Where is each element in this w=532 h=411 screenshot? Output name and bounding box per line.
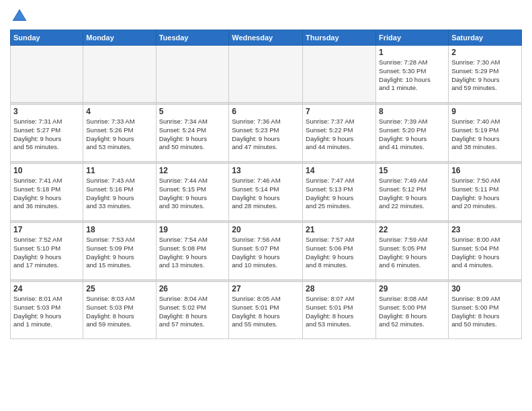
day-number: 2 — [451, 48, 519, 57]
day-cell: 11Sunrise: 7:43 AMSunset: 5:16 PMDayligh… — [83, 164, 156, 221]
day-number: 8 — [379, 107, 445, 116]
day-number: 17 — [13, 225, 80, 234]
page: SundayMondayTuesdayWednesdayThursdayFrid… — [0, 0, 532, 346]
day-number: 10 — [13, 166, 80, 175]
day-cell: 13Sunrise: 7:46 AMSunset: 5:14 PMDayligh… — [229, 164, 303, 221]
day-number: 4 — [86, 107, 152, 116]
day-number: 30 — [451, 284, 519, 293]
day-cell: 29Sunrise: 8:08 AMSunset: 5:00 PMDayligh… — [376, 282, 449, 339]
weekday-header-row: SundayMondayTuesdayWednesdayThursdayFrid… — [11, 30, 522, 46]
day-cell: 9Sunrise: 7:40 AMSunset: 5:19 PMDaylight… — [449, 105, 522, 162]
day-cell: 24Sunrise: 8:01 AMSunset: 5:03 PMDayligh… — [11, 282, 83, 339]
day-number: 3 — [13, 107, 80, 116]
day-cell: 21Sunrise: 7:57 AMSunset: 5:06 PMDayligh… — [303, 223, 376, 280]
day-cell: 15Sunrise: 7:49 AMSunset: 5:12 PMDayligh… — [376, 164, 449, 221]
day-info: Sunrise: 7:44 AMSunset: 5:15 PMDaylight:… — [159, 177, 226, 211]
day-info: Sunrise: 7:31 AMSunset: 5:27 PMDaylight:… — [13, 118, 80, 152]
day-cell: 4Sunrise: 7:33 AMSunset: 5:26 PMDaylight… — [83, 105, 156, 162]
day-number: 21 — [306, 225, 373, 234]
day-info: Sunrise: 7:47 AMSunset: 5:13 PMDaylight:… — [306, 177, 373, 211]
day-number: 29 — [379, 284, 445, 293]
day-info: Sunrise: 8:00 AMSunset: 5:04 PMDaylight:… — [451, 236, 519, 270]
weekday-header-saturday: Saturday — [449, 30, 522, 46]
day-info: Sunrise: 7:30 AMSunset: 5:29 PMDaylight:… — [451, 58, 519, 93]
day-number: 14 — [306, 166, 373, 175]
day-cell: 20Sunrise: 7:56 AMSunset: 5:07 PMDayligh… — [229, 223, 303, 280]
day-info: Sunrise: 7:40 AMSunset: 5:19 PMDaylight:… — [451, 118, 519, 152]
day-info: Sunrise: 7:46 AMSunset: 5:14 PMDaylight:… — [232, 177, 300, 211]
day-number: 24 — [13, 284, 80, 293]
week-row-3: 10Sunrise: 7:41 AMSunset: 5:18 PMDayligh… — [11, 164, 522, 221]
day-number: 28 — [306, 284, 373, 293]
day-cell — [303, 46, 376, 103]
day-cell — [83, 46, 156, 103]
day-info: Sunrise: 7:33 AMSunset: 5:26 PMDaylight:… — [86, 118, 152, 152]
day-number: 11 — [86, 166, 152, 175]
week-row-4: 17Sunrise: 7:52 AMSunset: 5:10 PMDayligh… — [11, 223, 522, 280]
week-row-2: 3Sunrise: 7:31 AMSunset: 5:27 PMDaylight… — [11, 105, 522, 162]
logo-icon — [10, 7, 29, 26]
day-cell: 6Sunrise: 7:36 AMSunset: 5:23 PMDaylight… — [229, 105, 303, 162]
weekday-header-monday: Monday — [83, 30, 156, 46]
day-cell: 28Sunrise: 8:07 AMSunset: 5:01 PMDayligh… — [303, 282, 376, 339]
day-info: Sunrise: 7:56 AMSunset: 5:07 PMDaylight:… — [232, 236, 300, 270]
day-cell: 26Sunrise: 8:04 AMSunset: 5:02 PMDayligh… — [156, 282, 229, 339]
day-info: Sunrise: 8:04 AMSunset: 5:02 PMDaylight:… — [159, 295, 226, 329]
day-cell: 17Sunrise: 7:52 AMSunset: 5:10 PMDayligh… — [11, 223, 83, 280]
day-number: 7 — [306, 107, 373, 116]
day-info: Sunrise: 8:07 AMSunset: 5:01 PMDaylight:… — [306, 295, 373, 329]
day-cell: 7Sunrise: 7:37 AMSunset: 5:22 PMDaylight… — [303, 105, 376, 162]
weekday-header-tuesday: Tuesday — [156, 30, 229, 46]
day-number: 12 — [159, 166, 226, 175]
day-info: Sunrise: 7:41 AMSunset: 5:18 PMDaylight:… — [13, 177, 80, 211]
week-row-1: 1Sunrise: 7:28 AMSunset: 5:30 PMDaylight… — [11, 46, 522, 103]
day-cell: 23Sunrise: 8:00 AMSunset: 5:04 PMDayligh… — [449, 223, 522, 280]
day-info: Sunrise: 7:59 AMSunset: 5:05 PMDaylight:… — [379, 236, 445, 270]
day-number: 1 — [379, 48, 445, 57]
day-cell: 25Sunrise: 8:03 AMSunset: 5:03 PMDayligh… — [83, 282, 156, 339]
day-number: 22 — [379, 225, 445, 234]
day-info: Sunrise: 8:03 AMSunset: 5:03 PMDaylight:… — [86, 295, 152, 329]
day-info: Sunrise: 7:28 AMSunset: 5:30 PMDaylight:… — [379, 58, 445, 93]
day-info: Sunrise: 7:53 AMSunset: 5:09 PMDaylight:… — [86, 236, 152, 270]
day-info: Sunrise: 8:08 AMSunset: 5:00 PMDaylight:… — [379, 295, 445, 329]
day-number: 23 — [451, 225, 519, 234]
day-info: Sunrise: 7:36 AMSunset: 5:23 PMDaylight:… — [232, 118, 300, 152]
day-cell — [156, 46, 229, 103]
day-cell: 19Sunrise: 7:54 AMSunset: 5:08 PMDayligh… — [156, 223, 229, 280]
day-cell: 16Sunrise: 7:50 AMSunset: 5:11 PMDayligh… — [449, 164, 522, 221]
day-number: 6 — [232, 107, 300, 116]
day-cell: 8Sunrise: 7:39 AMSunset: 5:20 PMDaylight… — [376, 105, 449, 162]
day-number: 26 — [159, 284, 226, 293]
day-number: 25 — [86, 284, 152, 293]
day-cell: 22Sunrise: 7:59 AMSunset: 5:05 PMDayligh… — [376, 223, 449, 280]
calendar-table: SundayMondayTuesdayWednesdayThursdayFrid… — [10, 30, 522, 339]
day-info: Sunrise: 8:05 AMSunset: 5:01 PMDaylight:… — [232, 295, 300, 329]
day-number: 16 — [451, 166, 519, 175]
day-info: Sunrise: 7:34 AMSunset: 5:24 PMDaylight:… — [159, 118, 226, 152]
day-number: 13 — [232, 166, 300, 175]
weekday-header-friday: Friday — [376, 30, 449, 46]
logo — [10, 7, 32, 26]
day-cell: 2Sunrise: 7:30 AMSunset: 5:29 PMDaylight… — [449, 46, 522, 103]
day-number: 15 — [379, 166, 445, 175]
day-info: Sunrise: 7:37 AMSunset: 5:22 PMDaylight:… — [306, 118, 373, 152]
day-cell: 14Sunrise: 7:47 AMSunset: 5:13 PMDayligh… — [303, 164, 376, 221]
day-number: 18 — [86, 225, 152, 234]
weekday-header-thursday: Thursday — [303, 30, 376, 46]
day-cell: 27Sunrise: 8:05 AMSunset: 5:01 PMDayligh… — [229, 282, 303, 339]
day-info: Sunrise: 8:09 AMSunset: 5:00 PMDaylight:… — [451, 295, 519, 329]
day-info: Sunrise: 7:39 AMSunset: 5:20 PMDaylight:… — [379, 118, 445, 152]
day-cell: 5Sunrise: 7:34 AMSunset: 5:24 PMDaylight… — [156, 105, 229, 162]
day-cell: 18Sunrise: 7:53 AMSunset: 5:09 PMDayligh… — [83, 223, 156, 280]
day-info: Sunrise: 7:43 AMSunset: 5:16 PMDaylight:… — [86, 177, 152, 211]
day-info: Sunrise: 7:49 AMSunset: 5:12 PMDaylight:… — [379, 177, 445, 211]
day-cell: 1Sunrise: 7:28 AMSunset: 5:30 PMDaylight… — [376, 46, 449, 103]
day-cell — [229, 46, 303, 103]
header — [10, 7, 522, 26]
day-info: Sunrise: 7:52 AMSunset: 5:10 PMDaylight:… — [13, 236, 80, 270]
day-number: 9 — [451, 107, 519, 116]
day-info: Sunrise: 7:50 AMSunset: 5:11 PMDaylight:… — [451, 177, 519, 211]
weekday-header-wednesday: Wednesday — [229, 30, 303, 46]
day-cell: 12Sunrise: 7:44 AMSunset: 5:15 PMDayligh… — [156, 164, 229, 221]
